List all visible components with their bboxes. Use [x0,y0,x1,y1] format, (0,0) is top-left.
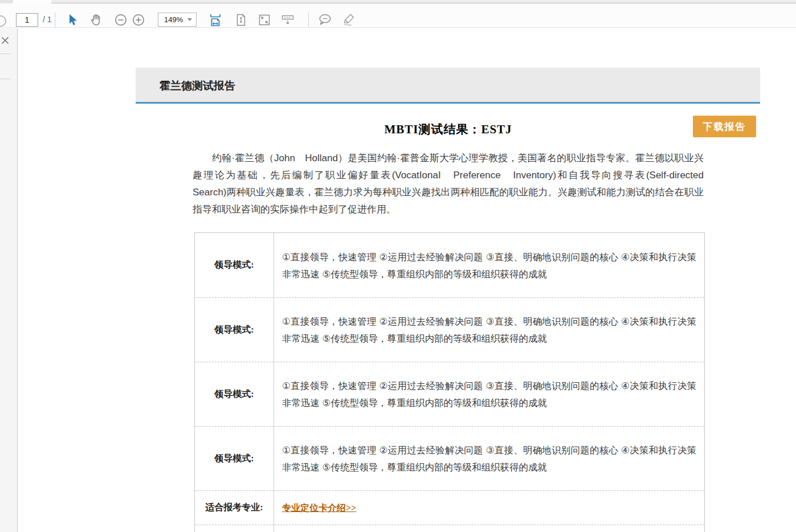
fit-width-icon[interactable] [208,13,223,27]
intro-paragraph: 约翰·霍兰德（John Holland）是美国约翰·霍普金斯大学心理学教授，美国… [193,150,704,218]
table-row: 领导模式: ①直接领导，快速管理 ②运用过去经验解决问题 ③直接、明确地识别问题… [195,233,704,297]
mbti-result-heading: MBTI测试结果：ESTJ [193,121,704,137]
row-label: 领导模式: [195,362,274,426]
zoom-level-value: 149% [158,15,187,24]
row-content-text: ①直接领导，快速管理 ②运用过去经验解决问题 ③直接、明确地识别问题的核心 ④决… [282,441,696,476]
chevron-down-icon [187,18,192,21]
comment-icon[interactable] [317,13,332,27]
zoom-in-icon[interactable] [131,13,146,27]
close-icon[interactable] [1,36,10,45]
row-content-text: ①直接领导，快速管理 ②运用过去经验解决问题 ③直接、明确地识别问题的核心 ④决… [282,248,696,283]
loading-circle-icon [0,14,8,28]
report-title: 霍兰德测试报告 [136,68,760,104]
pdf-page: 霍兰德测试报告 MBTI测试结果：ESTJ 下载报告 约翰·霍兰德（John H… [18,28,796,532]
highlighter-icon[interactable] [341,13,356,27]
row-content: 专业定位卡介绍>> [274,491,704,525]
table-row: 领导模式: ①直接领导，快速管理 ②运用过去经验解决问题 ③直接、明确地识别问题… [195,362,704,426]
row-content: ①直接领导，快速管理 ②运用过去经验解决问题 ③直接、明确地识别问题的核心 ④决… [274,362,704,426]
row-content-text: ①直接领导，快速管理 ②运用过去经验解决问题 ③直接、明确地识别问题的核心 ④决… [282,377,696,411]
row-label [195,525,274,532]
zoom-out-icon[interactable] [113,13,128,27]
major-positioning-card-link[interactable]: 专业定位卡介绍>> [282,500,356,517]
zoom-level-dropdown[interactable]: 149% [158,13,197,27]
download-report-button[interactable]: 下载报告 [693,116,756,137]
row-label: 适合报考专业: [195,491,274,525]
row-content: ①直接领导，快速管理 ②运用过去经验解决问题 ③直接、明确地识别问题的核心 ④决… [274,233,704,297]
toolbar-divider [308,13,309,27]
actual-size-icon[interactable] [257,13,272,27]
pdf-toolbar: / 1 149% [0,3,796,28]
row-content: ①直接领导，快速管理 ②运用过去经验解决问题 ③直接、明确地识别问题的核心 ④决… [274,298,704,362]
table-row: 领导模式: ①直接领导，快速管理 ②运用过去经验解决问题 ③直接、明确地识别问题… [195,426,704,490]
panel-divider [0,79,11,79]
table-row-majors: 适合报考专业: 专业定位卡介绍>> [195,490,704,525]
page-total-label: / 1 [43,15,52,24]
viewer-main-area: 霍兰德测试报告 MBTI测试结果：ESTJ 下载报告 约翰·霍兰德（John H… [0,28,796,532]
toolbar-divider [55,13,55,27]
select-cursor-icon[interactable] [65,13,80,27]
row-label: 领导模式: [195,233,274,297]
report-title-banner: 霍兰德测试报告 [136,68,760,104]
row-content: ①直接领导，快速管理 ②运用过去经验解决问题 ③直接、明确地识别问题的核心 ④决… [274,427,704,490]
row-label: 领导模式: [195,298,274,362]
row-label: 领导模式: [195,427,274,490]
page-number-input[interactable] [16,13,38,27]
table-row-clipped [195,525,704,532]
hand-pan-icon[interactable] [89,13,104,27]
table-row: 领导模式: ①直接领导，快速管理 ②运用过去经验解决问题 ③直接、明确地识别问题… [195,297,704,362]
navigation-side-panel [0,28,18,532]
panel-divider [0,54,11,54]
row-content-text: ①直接领导，快速管理 ②运用过去经验解决问题 ③直接、明确地识别问题的核心 ④决… [282,313,696,347]
result-table: 领导模式: ①直接领导，快速管理 ②运用过去经验解决问题 ③直接、明确地识别问题… [194,232,705,532]
fit-page-icon[interactable] [234,13,248,27]
continuous-scroll-icon[interactable] [280,13,295,27]
row-content [274,525,704,532]
